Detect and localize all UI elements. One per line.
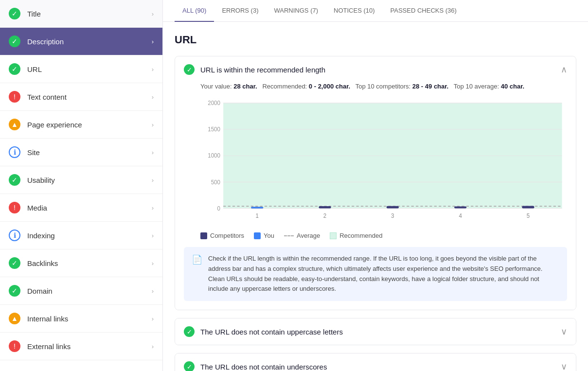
- svg-rect-17: [319, 206, 331, 209]
- chart-legend: Competitors You Average Recommended: [184, 232, 567, 239]
- sidebar-chevron-domain: ›: [152, 287, 154, 295]
- sidebar-label-text-content: Text content: [27, 93, 152, 101]
- legend-recommended-area: [330, 232, 337, 239]
- info-box-text: Check if the URL length is within the re…: [208, 254, 559, 294]
- legend-you-label: You: [264, 232, 274, 239]
- sidebar-item-domain[interactable]: ✓ Domain ›: [0, 277, 162, 305]
- check-status-icon-url-uppercase: ✓: [184, 326, 195, 337]
- sidebar-item-media[interactable]: ! Media ›: [0, 194, 162, 222]
- sidebar-chevron-external-links: ›: [152, 343, 154, 350]
- svg-text:4: 4: [459, 212, 462, 219]
- sidebar-label-external-links: External links: [27, 342, 152, 351]
- check-title-url-length: URL is within the recommended length: [200, 66, 561, 74]
- sidebar-label-domain: Domain: [27, 287, 152, 295]
- sidebar-chevron-url: ›: [152, 66, 154, 73]
- main-content: ALL (90)ERRORS (3)WARNINGS (7)NOTICES (1…: [163, 0, 588, 371]
- sidebar-icon-media: !: [9, 202, 20, 213]
- check-header-url-length[interactable]: ✓ URL is within the recommended length ∧: [175, 56, 576, 83]
- sidebar-chevron-internal-links: ›: [152, 315, 154, 322]
- check-title-url-uppercase: The URL does not contain uppercase lette…: [200, 328, 561, 336]
- info-box-url-length: 📄 Check if the URL length is within the …: [184, 247, 567, 301]
- sidebar-item-title[interactable]: ✓ Title ›: [0, 0, 162, 28]
- sidebar-item-external-links[interactable]: ! External links ›: [0, 333, 162, 360]
- sidebar-item-site[interactable]: ℹ Site ›: [0, 139, 162, 166]
- check-toggle-url-underscores[interactable]: ∨: [561, 361, 567, 371]
- page-title: URL: [175, 34, 576, 46]
- sidebar-icon-indexing: ℹ: [9, 230, 20, 241]
- svg-text:1: 1: [256, 212, 259, 219]
- check-item-url-uppercase: ✓ The URL does not contain uppercase let…: [175, 318, 576, 345]
- check-title-url-underscores: The URL does not contain underscores: [200, 363, 561, 371]
- sidebar-item-page-experience[interactable]: ▲ Page experience ›: [0, 111, 162, 139]
- check-item-url-underscores: ✓ The URL does not contain underscores ∨: [175, 353, 576, 371]
- check-status-icon-url-underscores: ✓: [184, 361, 195, 371]
- sidebar-label-backlinks: Backlinks: [27, 259, 152, 267]
- sidebar-label-usability: Usability: [27, 176, 152, 184]
- check-header-url-underscores[interactable]: ✓ The URL does not contain underscores ∨: [175, 353, 576, 371]
- bar-chart: 200015001000500028281422433364465: [200, 98, 567, 224]
- tab-errors[interactable]: ERRORS (3): [214, 0, 266, 22]
- sidebar-item-url[interactable]: ✓ URL ›: [0, 55, 162, 83]
- sidebar-item-internal-links[interactable]: ▲ Internal links ›: [0, 305, 162, 333]
- tab-passed[interactable]: PASSED CHECKS (36): [383, 0, 464, 22]
- svg-rect-14: [251, 207, 263, 208]
- sidebar-icon-description: ✓: [9, 35, 20, 47]
- sidebar-label-url: URL: [27, 65, 152, 73]
- check-toggle-url-uppercase[interactable]: ∨: [561, 326, 567, 337]
- svg-text:5: 5: [527, 212, 530, 219]
- sidebar-chevron-description: ›: [152, 38, 154, 45]
- check-meta-url-length: Your value: 28 char. Recommended: 0 - 2,…: [184, 83, 567, 90]
- sidebar: ✓ Title › ✓ Description › ✓ URL › ! Text…: [0, 0, 163, 371]
- check-item-url-length: ✓ URL is within the recommended length ∧…: [175, 56, 576, 310]
- sidebar-item-text-content[interactable]: ! Text content ›: [0, 83, 162, 111]
- legend-competitors-box: [200, 232, 207, 239]
- sidebar-icon-url: ✓: [9, 63, 20, 75]
- sidebar-chevron-title: ›: [152, 10, 154, 18]
- legend-average-line: [284, 235, 294, 236]
- svg-text:1000: 1000: [208, 152, 220, 159]
- tab-all[interactable]: ALL (90): [175, 0, 214, 22]
- info-box-icon: 📄: [192, 254, 202, 294]
- sidebar-item-description[interactable]: ✓ Description ›: [0, 28, 162, 55]
- legend-recommended-label: Recommended: [339, 232, 382, 239]
- legend-you: You: [254, 232, 274, 239]
- sidebar-icon-domain: ✓: [9, 285, 20, 297]
- sidebar-chevron-indexing: ›: [152, 232, 154, 239]
- sidebar-label-description: Description: [27, 37, 152, 46]
- legend-competitors: Competitors: [200, 232, 244, 239]
- sidebar-icon-page-experience: ▲: [9, 119, 20, 130]
- sidebar-item-indexing[interactable]: ℹ Indexing ›: [0, 222, 162, 249]
- sidebar-label-media: Media: [27, 204, 152, 212]
- svg-text:1500: 1500: [208, 126, 220, 132]
- svg-text:500: 500: [211, 178, 221, 185]
- sidebar-label-site: Site: [27, 148, 152, 157]
- sidebar-label-internal-links: Internal links: [27, 315, 152, 323]
- svg-text:2: 2: [323, 212, 326, 219]
- sidebar-chevron-site: ›: [152, 149, 154, 156]
- legend-average-label: Average: [297, 232, 320, 239]
- svg-text:0: 0: [217, 205, 220, 212]
- sidebar-label-page-experience: Page experience: [27, 121, 152, 129]
- legend-competitors-label: Competitors: [210, 232, 244, 239]
- sidebar-chevron-page-experience: ›: [152, 121, 154, 128]
- legend-average: Average: [284, 232, 320, 239]
- sidebar-icon-title: ✓: [9, 8, 20, 19]
- tabs-bar: ALL (90)ERRORS (3)WARNINGS (7)NOTICES (1…: [163, 0, 588, 22]
- sidebar-chevron-text-content: ›: [152, 93, 154, 101]
- tab-warnings[interactable]: WARNINGS (7): [267, 0, 326, 22]
- check-body-url-length: Your value: 28 char. Recommended: 0 - 2,…: [175, 83, 576, 310]
- sidebar-label-indexing: Indexing: [27, 231, 152, 240]
- sidebar-icon-text-content: !: [9, 91, 20, 103]
- legend-recommended: Recommended: [330, 232, 382, 239]
- legend-you-box: [254, 232, 261, 239]
- check-toggle-url-length[interactable]: ∧: [561, 64, 567, 75]
- sidebar-item-usability[interactable]: ✓ Usability ›: [0, 166, 162, 194]
- sidebar-icon-internal-links: ▲: [9, 313, 20, 324]
- sidebar-chevron-media: ›: [152, 204, 154, 212]
- tab-notices[interactable]: NOTICES (10): [326, 0, 383, 22]
- sidebar-icon-site: ℹ: [9, 146, 20, 158]
- check-header-url-uppercase[interactable]: ✓ The URL does not contain uppercase let…: [175, 318, 576, 345]
- svg-text:3: 3: [391, 212, 394, 219]
- sidebar-icon-backlinks: ✓: [9, 257, 20, 269]
- sidebar-item-backlinks[interactable]: ✓ Backlinks ›: [0, 249, 162, 277]
